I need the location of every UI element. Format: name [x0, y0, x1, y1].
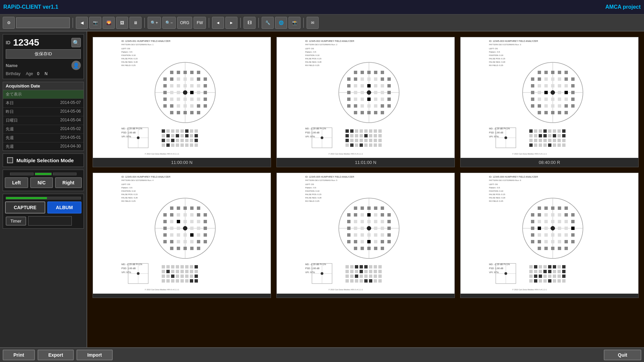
svg-rect-226: [544, 91, 548, 94]
svg-rect-405: [354, 213, 357, 217]
left-button[interactable]: Left: [5, 177, 28, 188]
svg-rect-355: [195, 265, 198, 268]
capture-icon-button[interactable]: 📸: [288, 17, 301, 29]
zoom-out-button[interactable]: 🔍−: [162, 17, 176, 29]
svg-rect-155: [350, 129, 354, 133]
svg-rect-376: [180, 279, 184, 283]
svg-rect-467: [374, 275, 377, 278]
toolbar-id-input[interactable]: [16, 17, 70, 28]
svg-rect-563: [553, 275, 556, 278]
timer-input[interactable]: [28, 216, 72, 226]
fw-button[interactable]: FW: [194, 17, 206, 29]
svg-rect-519: [558, 227, 561, 230]
svg-point-286: [504, 136, 507, 139]
svg-rect-475: [374, 279, 377, 283]
panorama-button[interactable]: 🖼: [116, 17, 128, 29]
image-card[interactable]: ID: 12345-003 HUMPHREY FIELD ANALYZERPAT…: [460, 37, 639, 167]
svg-rect-521: [571, 227, 575, 230]
camera-button[interactable]: 📷: [89, 17, 101, 29]
image-card[interactable]: ID: 12345-001 HUMPHREY FIELD ANALYZERPAT…: [93, 37, 271, 167]
acquisition-date-item[interactable]: 先週2014-05-01: [3, 134, 84, 142]
svg-rect-134: [347, 98, 351, 101]
zoom-in-button[interactable]: 🔍+: [148, 17, 161, 29]
svg-rect-309: [177, 213, 180, 217]
svg-rect-266: [562, 134, 566, 137]
quit-button[interactable]: Quit: [604, 350, 641, 360]
import-button[interactable]: Import: [76, 350, 113, 360]
lr-indicator-row: [6, 173, 81, 175]
export-button[interactable]: Export: [38, 350, 74, 360]
svg-rect-111: [374, 71, 377, 74]
svg-text:FIXATION: 0.10: FIXATION: 0.10: [489, 190, 503, 192]
svg-rect-55: [197, 111, 200, 114]
back-button[interactable]: ◀: [76, 17, 88, 29]
mail-button[interactable]: ✉: [307, 17, 319, 29]
svg-rect-461: [345, 275, 349, 278]
acquisition-date-list: 全て表示本日2014-05-07昨日2014-05-06日曜日2014-05-0…: [3, 90, 84, 150]
timer-button[interactable]: Timer: [6, 217, 26, 226]
image-card[interactable]: ID: 12345-005 HUMPHREY FIELD ANALYZERPAT…: [276, 173, 455, 298]
svg-text:LEFT: OS: LEFT: OS: [305, 183, 314, 185]
svg-text:PSD: 1.66 dB: PSD: 1.66 dB: [305, 131, 320, 134]
acquisition-date-item[interactable]: 本日2014-05-07: [3, 99, 84, 108]
separator-4: [240, 18, 241, 28]
svg-rect-520: [565, 227, 568, 230]
svg-rect-85: [180, 143, 184, 147]
svg-rect-428: [367, 233, 371, 237]
multiple-selection-section[interactable]: Multiple Selection Mode: [3, 154, 84, 167]
svg-rect-84: [176, 143, 179, 147]
acquisition-date-item[interactable]: 先週2014-05-02: [3, 125, 84, 134]
svg-rect-357: [166, 270, 170, 273]
org-button[interactable]: ORG: [177, 17, 192, 29]
svg-rect-67: [171, 134, 174, 137]
svg-rect-86: [185, 143, 189, 147]
prev-button[interactable]: ◄: [212, 17, 224, 29]
svg-rect-35: [197, 91, 200, 94]
svg-rect-565: [562, 275, 566, 278]
svg-rect-407: [367, 213, 371, 217]
svg-rect-208: [558, 71, 561, 74]
acquisition-date-item[interactable]: 日曜日2014-05-04: [3, 116, 84, 125]
svg-rect-535: [571, 240, 575, 243]
svg-rect-507: [571, 213, 575, 217]
globe-button[interactable]: 🌐: [275, 17, 287, 29]
monitor-button[interactable]: 🖥: [129, 17, 142, 29]
svg-rect-346: [197, 247, 200, 250]
acquisition-date-item[interactable]: 先週2014-04-30: [3, 142, 84, 150]
svg-rect-326: [197, 227, 200, 230]
settings-button[interactable]: ⚙: [3, 17, 15, 29]
svg-text:ID: 12345-006    HUMPHREY FIEL: ID: 12345-006 HUMPHREY FIELD ANALYZER: [489, 176, 538, 178]
print-button[interactable]: Print: [3, 350, 35, 360]
svg-text:Pattern:: 0.5: Pattern:: 0.5: [305, 187, 316, 189]
capture-button[interactable]: CAPTURE: [5, 201, 45, 214]
image-card[interactable]: ID: 12345-002 HUMPHREY FIELD ANALYZERPAT…: [276, 37, 455, 167]
svg-rect-173: [360, 139, 363, 142]
svg-rect-550: [529, 270, 533, 273]
film-button[interactable]: 🎞: [244, 17, 256, 29]
svg-rect-264: [553, 134, 556, 137]
next-button[interactable]: ►: [225, 17, 237, 29]
svg-rect-534: [565, 240, 568, 243]
svg-text:VFI: 97%: VFI: 97%: [121, 135, 131, 138]
image-card[interactable]: ID: 12345-006 HUMPHREY FIELD ANALYZERPAT…: [460, 173, 639, 298]
id-search-button[interactable]: 🔍: [71, 38, 81, 47]
multiple-selection-checkbox[interactable]: [7, 157, 13, 163]
svg-rect-180: [355, 143, 358, 147]
tools-button[interactable]: 🔧: [262, 17, 274, 29]
nc-button[interactable]: N/C: [30, 177, 53, 188]
svg-text:FALSE NEG: 0.20: FALSE NEG: 0.20: [121, 197, 138, 199]
landscape-button[interactable]: 🌄: [103, 17, 115, 29]
image-card[interactable]: ID: 12345-004 HUMPHREY FIELD ANALYZERPAT…: [93, 173, 271, 298]
album-button[interactable]: ALBUM: [47, 201, 82, 214]
svg-text:PATTERN DEV  ESTERMAN  Run: 4: PATTERN DEV ESTERMAN Run: 4: [121, 179, 154, 181]
temp-save-button[interactable]: 仮保存ID: [6, 49, 81, 59]
acquisition-date-item[interactable]: 全て表示: [3, 90, 84, 99]
svg-rect-242: [558, 104, 561, 108]
image-thumbnail: ID: 12345-005 HUMPHREY FIELD ANALYZERPAT…: [277, 173, 454, 294]
svg-rect-222: [565, 84, 568, 87]
svg-rect-240: [544, 104, 548, 108]
svg-rect-351: [176, 265, 179, 268]
right-button[interactable]: Right: [55, 177, 82, 188]
acquisition-date-item[interactable]: 昨日2014-05-06: [3, 108, 84, 116]
svg-rect-132: [381, 91, 384, 94]
